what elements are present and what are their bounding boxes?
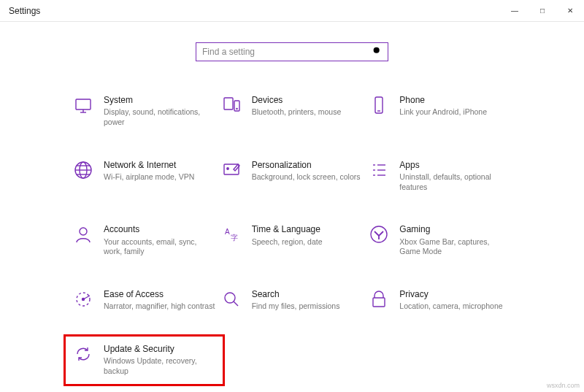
tile-title: Apps bbox=[399, 160, 511, 170]
svg-point-0 bbox=[374, 47, 380, 53]
tile-desc: Display, sound, notifications, power bbox=[104, 107, 215, 127]
tile-desc: Find my files, permissions bbox=[252, 301, 340, 312]
gaming-icon bbox=[369, 224, 389, 245]
svg-rect-5 bbox=[224, 98, 233, 109]
tile-title: Gaming bbox=[399, 224, 511, 234]
content: SystemDisplay, sound, notifications, pow… bbox=[0, 22, 584, 380]
watermark: wsxdn.com bbox=[547, 382, 580, 389]
svg-point-16 bbox=[226, 167, 228, 169]
tile-update[interactable]: Update & SecurityWindows Update, recover… bbox=[70, 341, 218, 380]
tile-text: SearchFind my files, permissions bbox=[252, 289, 340, 312]
svg-line-31 bbox=[234, 301, 238, 306]
accounts-icon bbox=[73, 224, 93, 245]
svg-rect-32 bbox=[373, 298, 385, 307]
tile-text: PersonalizationBackground, lock screen, … bbox=[252, 160, 361, 182]
svg-point-30 bbox=[225, 293, 235, 303]
tile-desc: Speech, region, date bbox=[252, 237, 323, 247]
svg-line-1 bbox=[379, 53, 381, 55]
ease-icon bbox=[73, 289, 93, 310]
svg-point-23 bbox=[80, 228, 87, 235]
tile-title: Search bbox=[252, 289, 340, 299]
system-icon bbox=[73, 95, 93, 115]
tile-text: DevicesBluetooth, printers, mouse bbox=[252, 95, 342, 118]
tile-gaming[interactable]: GamingXbox Game Bar, captures, Game Mode bbox=[366, 221, 514, 260]
search-container bbox=[0, 42, 584, 61]
tile-desc: Link your Android, iPhone bbox=[399, 107, 487, 118]
tile-time[interactable]: A字Time & LanguageSpeech, region, date bbox=[218, 221, 366, 260]
svg-text:字: 字 bbox=[231, 234, 238, 242]
tile-text: GamingXbox Game Bar, captures, Game Mode bbox=[399, 224, 511, 257]
search-box[interactable] bbox=[196, 42, 388, 61]
tile-desc: Narrator, magnifier, high contrast bbox=[104, 301, 215, 312]
titlebar: Settings — □ ✕ bbox=[0, 0, 584, 22]
tile-privacy[interactable]: PrivacyLocation, camera, microphone bbox=[366, 286, 514, 315]
maximize-button[interactable]: □ bbox=[529, 0, 556, 22]
settings-grid: SystemDisplay, sound, notifications, pow… bbox=[0, 92, 584, 380]
tile-title: Devices bbox=[252, 95, 342, 105]
tile-search[interactable]: SearchFind my files, permissions bbox=[218, 286, 366, 315]
tile-desc: Background, lock screen, colors bbox=[252, 172, 361, 182]
tile-title: Privacy bbox=[399, 289, 502, 299]
tile-text: AppsUninstall, defaults, optional featur… bbox=[399, 160, 511, 193]
tile-apps[interactable]: AppsUninstall, defaults, optional featur… bbox=[366, 157, 514, 196]
tile-ease[interactable]: Ease of AccessNarrator, magnifier, high … bbox=[70, 286, 218, 315]
tile-text: Network & InternetWi-Fi, airplane mode, … bbox=[104, 160, 194, 182]
tile-desc: Your accounts, email, sync, work, family bbox=[104, 237, 215, 257]
tile-network[interactable]: Network & InternetWi-Fi, airplane mode, … bbox=[70, 157, 218, 196]
tile-text: Update & SecurityWindows Update, recover… bbox=[104, 344, 215, 377]
tile-title: Accounts bbox=[104, 224, 215, 234]
tile-title: Network & Internet bbox=[104, 160, 194, 170]
tile-desc: Bluetooth, printers, mouse bbox=[252, 107, 342, 118]
tile-desc: Wi-Fi, airplane mode, VPN bbox=[104, 172, 194, 182]
svg-rect-2 bbox=[76, 99, 91, 109]
tile-desc: Uninstall, defaults, optional features bbox=[399, 172, 511, 192]
tile-title: Personalization bbox=[252, 160, 361, 170]
search-input[interactable] bbox=[202, 47, 372, 57]
svg-point-7 bbox=[237, 108, 237, 109]
svg-text:A: A bbox=[225, 228, 230, 236]
tile-text: SystemDisplay, sound, notifications, pow… bbox=[104, 95, 215, 128]
search-icon bbox=[221, 289, 242, 310]
close-button[interactable]: ✕ bbox=[556, 0, 584, 22]
tile-text: AccountsYour accounts, email, sync, work… bbox=[104, 224, 215, 257]
tile-text: Ease of AccessNarrator, magnifier, high … bbox=[104, 289, 215, 312]
tile-desc: Location, camera, microphone bbox=[399, 301, 502, 312]
tile-system[interactable]: SystemDisplay, sound, notifications, pow… bbox=[70, 92, 218, 131]
tile-desc: Windows Update, recovery, backup bbox=[104, 356, 215, 376]
apps-icon bbox=[369, 160, 389, 180]
tile-text: Time & LanguageSpeech, region, date bbox=[252, 224, 323, 247]
update-icon bbox=[73, 344, 93, 364]
time-icon: A字 bbox=[221, 224, 242, 245]
window-controls: — □ ✕ bbox=[501, 0, 584, 22]
search-icon bbox=[372, 46, 382, 58]
privacy-icon bbox=[369, 289, 389, 310]
tile-text: PrivacyLocation, camera, microphone bbox=[399, 289, 502, 312]
svg-point-26 bbox=[371, 226, 387, 242]
svg-point-29 bbox=[82, 299, 85, 301]
tile-text: PhoneLink your Android, iPhone bbox=[399, 95, 487, 118]
window-title: Settings bbox=[9, 6, 40, 16]
minimize-button[interactable]: — bbox=[501, 0, 529, 22]
tile-phone[interactable]: PhoneLink your Android, iPhone bbox=[366, 92, 514, 131]
tile-desc: Xbox Game Bar, captures, Game Mode bbox=[399, 237, 511, 257]
tile-title: Phone bbox=[399, 95, 487, 105]
tile-title: Update & Security bbox=[104, 344, 215, 354]
tile-accounts[interactable]: AccountsYour accounts, email, sync, work… bbox=[70, 221, 218, 260]
tile-devices[interactable]: DevicesBluetooth, printers, mouse bbox=[218, 92, 366, 131]
tile-personalization[interactable]: PersonalizationBackground, lock screen, … bbox=[218, 157, 366, 196]
network-icon bbox=[73, 160, 93, 180]
devices-icon bbox=[221, 95, 242, 115]
tile-title: Ease of Access bbox=[104, 289, 215, 299]
tile-title: System bbox=[104, 95, 215, 105]
phone-icon bbox=[369, 95, 389, 115]
tile-title: Time & Language bbox=[252, 224, 323, 234]
personalization-icon bbox=[221, 160, 242, 180]
